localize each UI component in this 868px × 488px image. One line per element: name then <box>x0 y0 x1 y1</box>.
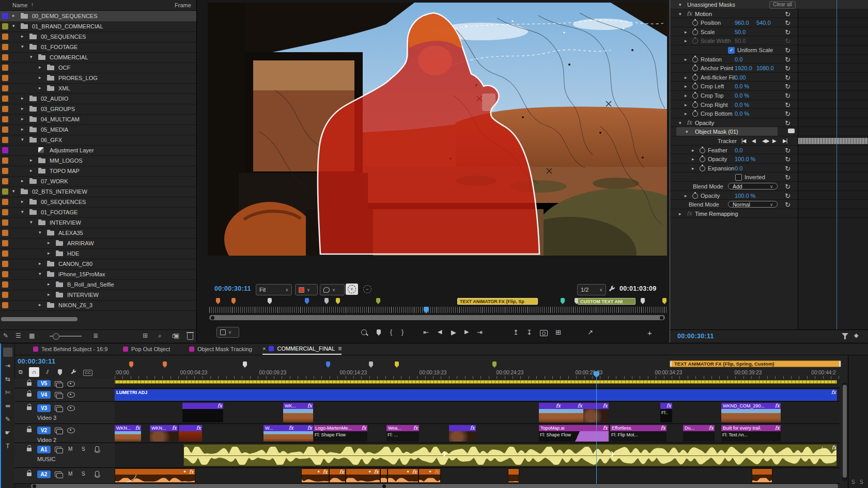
reset-icon[interactable]: ↺ <box>785 183 791 191</box>
chevron-right-icon[interactable]: ▸ <box>48 240 50 245</box>
slip-tool[interactable]: ⇹ <box>3 401 12 411</box>
checkbox[interactable] <box>735 174 742 181</box>
track-badge[interactable]: V2 <box>37 427 51 434</box>
chevron-right-icon[interactable]: ▸ <box>21 116 24 121</box>
clip-v2[interactable]: fx <box>295 425 313 442</box>
track-name[interactable]: MUSIC <box>37 456 55 462</box>
label-color-chip[interactable] <box>2 230 8 236</box>
stopwatch-icon[interactable] <box>692 75 698 81</box>
effect-group-label[interactable]: Motion <box>695 11 712 17</box>
track-badge[interactable]: V3 <box>37 404 51 412</box>
stopwatch-icon[interactable] <box>692 66 698 71</box>
timeline-marker[interactable] <box>243 361 247 368</box>
chevron-right-icon[interactable]: ▸ <box>685 102 687 107</box>
clip-music[interactable]: ❯❯♪fx <box>183 444 837 466</box>
reset-icon[interactable]: ↺ <box>785 110 791 118</box>
monitor-zoom-scrollbar[interactable] <box>209 315 665 320</box>
bin-row[interactable]: ▾ALEXA35 <box>0 228 196 239</box>
track-badge[interactable]: A2 <box>37 470 51 478</box>
chevron-down-icon[interactable]: ▾ <box>679 11 681 17</box>
column-name[interactable]: Name <box>12 2 27 8</box>
close-icon[interactable]: × <box>262 345 266 352</box>
effect-group-label[interactable]: Time Remapping <box>695 211 738 217</box>
effect-controls-playhead[interactable] <box>836 0 837 329</box>
mask-tool-dropdown[interactable]: ∨ <box>320 284 345 295</box>
chevron-right-icon[interactable]: ▸ <box>21 199 24 204</box>
tracking-feedback-icon[interactable] <box>788 129 795 133</box>
track-one-frame-forward-button[interactable]: ▶| <box>783 138 787 144</box>
property-value[interactable]: 960.0 <box>735 20 749 26</box>
label-color-chip[interactable] <box>2 261 8 267</box>
bin-row[interactable]: ▾02_BTS_INTERVIEW <box>0 186 196 197</box>
lock-icon[interactable] <box>27 406 32 410</box>
step-back-icon[interactable]: ◀ <box>438 328 442 335</box>
program-monitor-video[interactable] <box>208 3 667 256</box>
marker-span-label[interactable]: TEXT ANIMATOR FX (Flip, Sp <box>457 298 538 305</box>
chevron-right-icon[interactable]: ▸ <box>685 29 687 35</box>
property-value[interactable]: 0.0 % <box>735 92 749 99</box>
chevron-down-icon[interactable]: ▾ <box>679 120 681 125</box>
stopwatch-icon[interactable] <box>700 166 705 171</box>
keyframe-navigator-icon[interactable]: ◆ <box>854 332 858 339</box>
clip-v2[interactable]: fx <box>449 425 476 442</box>
label-color-chip[interactable] <box>2 96 8 102</box>
reset-icon[interactable]: ↺ <box>785 101 791 109</box>
chevron-right-icon[interactable]: ▸ <box>39 85 41 90</box>
label-color-chip[interactable] <box>2 75 8 81</box>
chevron-right-icon[interactable]: ▸ <box>685 93 687 98</box>
timeline-marker[interactable] <box>369 361 373 368</box>
source-patch-icon[interactable] <box>55 447 61 452</box>
lock-icon[interactable] <box>27 429 32 432</box>
bin-row[interactable]: ▸00_SEQUENCES <box>0 32 196 42</box>
mask-overlay-color-dropdown[interactable]: ∨ <box>295 284 318 295</box>
chevron-right-icon[interactable]: ▸ <box>39 75 41 80</box>
reset-icon[interactable]: ↺ <box>785 155 791 163</box>
bin-row[interactable]: ▸04_MULTICAM <box>0 114 196 125</box>
clip-a2-audio[interactable]: ✦fx <box>346 468 380 483</box>
chevron-down-icon[interactable]: ▾ <box>39 230 41 235</box>
monitor-current-timecode[interactable]: 00:00:30:11 <box>214 285 251 292</box>
chevron-right-icon[interactable]: ▸ <box>685 75 687 80</box>
sort-options-icon[interactable]: ≣ <box>93 332 98 339</box>
project-horizontal-scrollbar[interactable] <box>1 317 78 321</box>
chevron-right-icon[interactable]: ▸ <box>39 65 41 70</box>
timeline-marker[interactable] <box>395 361 399 368</box>
pen-tool[interactable]: ✎ <box>3 415 12 424</box>
reset-icon[interactable]: ↺ <box>785 165 791 172</box>
chevron-right-icon[interactable]: ▸ <box>48 250 50 256</box>
chevron-right-icon[interactable]: ▸ <box>685 57 687 62</box>
zoom-level-dropdown[interactable]: Fit∨ <box>256 284 292 295</box>
effect-controls-timecode[interactable]: 00:00:30:11 <box>677 333 714 340</box>
lock-icon[interactable] <box>27 448 32 451</box>
clip-a2-audio[interactable] <box>752 468 772 483</box>
label-color-chip[interactable] <box>2 85 8 91</box>
clip-a2-audio[interactable]: ✦fx <box>419 468 441 483</box>
timeline-horizontal-scrollbar[interactable] <box>31 484 838 488</box>
chevron-right-icon[interactable]: ▸ <box>48 292 50 297</box>
track-lane-A1[interactable]: ❯❯♪fx <box>115 443 840 468</box>
label-color-chip[interactable] <box>2 199 8 205</box>
stopwatch-icon[interactable] <box>692 93 698 99</box>
add-to-mask-button[interactable]: + <box>346 284 358 295</box>
razor-tool[interactable]: ✄ <box>3 388 12 397</box>
ripple-edit-tool[interactable]: ⇆ <box>3 374 12 384</box>
solo-button[interactable]: S <box>82 471 85 477</box>
timeline-marker[interactable] <box>492 361 497 368</box>
label-color-chip[interactable] <box>2 44 8 50</box>
sequence-marker[interactable] <box>336 298 340 304</box>
subtract-from-mask-button[interactable]: − <box>361 284 374 295</box>
clip-v3[interactable]: fx <box>562 403 583 422</box>
property-value[interactable]: 0.0 <box>735 165 742 171</box>
track-header-V3[interactable]: V3Video 3 <box>14 402 115 424</box>
chevron-right-icon[interactable]: ▸ <box>39 302 41 307</box>
reset-icon[interactable]: ↺ <box>785 19 791 27</box>
track-header-A1[interactable]: A1MSMUSIC <box>14 443 115 468</box>
track-name[interactable]: Video 2 <box>37 437 56 443</box>
track-both-button[interactable]: ◀▶ <box>762 138 769 144</box>
stopwatch-icon[interactable] <box>700 148 705 153</box>
reset-icon[interactable]: ↺ <box>785 37 791 45</box>
step-forward-icon[interactable]: ▶ <box>464 328 469 335</box>
checkbox[interactable]: ✓ <box>728 47 735 54</box>
sequence-marker[interactable] <box>376 298 380 304</box>
bin-row[interactable]: ▸NIKON_Z6_3 <box>0 300 196 311</box>
